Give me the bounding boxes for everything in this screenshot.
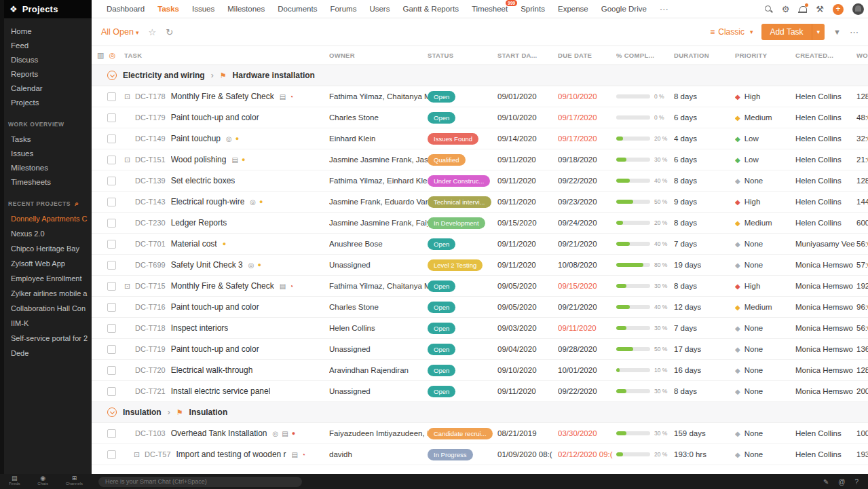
- recent-project-collaboration-hall-con[interactable]: Collaboration Hall Con: [4, 301, 92, 316]
- topnav-more-icon[interactable]: ⋯: [660, 4, 668, 14]
- status-badge[interactable]: Issues Found: [428, 133, 478, 145]
- mentions-icon[interactable]: @: [838, 478, 845, 486]
- task-name[interactable]: Paint touch-up and color: [171, 344, 259, 354]
- priority-label[interactable]: Low: [744, 156, 759, 164]
- column-header-duration[interactable]: DURATION: [674, 46, 735, 65]
- milestone-name[interactable]: Hardware installation: [233, 71, 315, 80]
- task-checkbox[interactable]: [107, 261, 116, 270]
- column-header-due-date[interactable]: DUE DATE: [558, 46, 616, 65]
- task-name[interactable]: Set electric boxes: [171, 176, 235, 185]
- status-badge[interactable]: Level 2 Testing: [428, 259, 483, 271]
- progress-bar[interactable]: [616, 389, 650, 393]
- priority-label[interactable]: None: [744, 450, 763, 458]
- task-id[interactable]: DC-T230: [135, 219, 166, 227]
- add-task-button[interactable]: Add Task: [761, 24, 811, 40]
- progress-bar[interactable]: [616, 347, 650, 351]
- recent-project-donnelly-apartments-c[interactable]: Donnelly Apartments C: [4, 211, 92, 226]
- task-name[interactable]: Overhead Tank Installation: [171, 429, 267, 438]
- task-checkbox[interactable]: [107, 429, 116, 438]
- add-task-dropdown[interactable]: ▾: [812, 24, 825, 40]
- owner-name[interactable]: Anushree Bose: [329, 240, 383, 248]
- topnav-item-gantt-reports[interactable]: Gantt & Reports: [402, 5, 458, 13]
- task-name[interactable]: Ledger Reports: [171, 218, 227, 228]
- task-id[interactable]: DC-T720: [135, 366, 166, 374]
- owner-name[interactable]: Jasmine Jasmine Frank, Jasmi: [329, 156, 428, 164]
- task-name[interactable]: Safety Unit Check 3: [171, 260, 243, 270]
- recent-project-employee-enrollment[interactable]: Employee Enrollment: [4, 271, 92, 286]
- priority-label[interactable]: None: [744, 366, 763, 374]
- sidebar-item-milestones[interactable]: Milestones: [4, 160, 92, 175]
- task-filter-dropdown[interactable]: All Open▾: [101, 27, 138, 37]
- select-all-icon[interactable]: ◎: [109, 51, 116, 60]
- sidebar-item-calendar[interactable]: Calendar: [4, 81, 92, 95]
- task-id[interactable]: DC-T143: [135, 198, 166, 206]
- task-id[interactable]: DC-T103: [135, 429, 166, 437]
- topnav-item-sprints[interactable]: Sprints: [521, 5, 545, 13]
- task-checkbox[interactable]: [107, 282, 116, 291]
- task-name[interactable]: Electrical rough-wire: [171, 197, 245, 206]
- task-name[interactable]: Paint touchup: [171, 134, 221, 143]
- owner-name[interactable]: Fathima Yilmaz, Chaitanya Mc: [329, 92, 428, 101]
- topnav-item-expense[interactable]: Expense: [558, 5, 588, 13]
- favorite-star-icon[interactable]: ☆: [148, 27, 156, 37]
- progress-bar[interactable]: [616, 115, 650, 120]
- task-id[interactable]: DC-T699: [135, 261, 166, 269]
- task-id[interactable]: DC-T57: [145, 450, 171, 458]
- owner-name[interactable]: Helen Collins: [329, 324, 375, 332]
- recent-project-self-service-portal-for-2[interactable]: Self-service portal for 2: [4, 331, 92, 346]
- topnav-item-forums[interactable]: Forums: [330, 5, 356, 13]
- status-badge[interactable]: Open: [428, 302, 455, 313]
- task-name[interactable]: Paint touch-up and color: [171, 302, 259, 312]
- status-badge[interactable]: Technical intervi...: [428, 196, 491, 208]
- priority-label[interactable]: Low: [744, 134, 759, 143]
- collapse-group-icon[interactable]: [107, 71, 117, 80]
- sidebar-item-timesheets[interactable]: Timesheets: [4, 175, 92, 189]
- task-name[interactable]: Electrical walk-through: [171, 365, 253, 375]
- status-badge[interactable]: Open: [428, 323, 455, 334]
- topnav-item-milestones[interactable]: Milestones: [227, 5, 265, 13]
- owner-name[interactable]: Unassigned: [329, 387, 371, 395]
- add-icon[interactable]: +: [833, 4, 844, 15]
- priority-label[interactable]: High: [744, 198, 761, 206]
- owner-name[interactable]: Einhard Klein: [329, 134, 375, 143]
- task-name[interactable]: Monthly Fire & Safety Check: [171, 281, 274, 291]
- sidebar-item-issues[interactable]: Issues: [4, 146, 92, 160]
- status-badge[interactable]: In Development: [428, 217, 485, 229]
- column-header-compl[interactable]: % COMPL...: [616, 46, 674, 65]
- owner-name[interactable]: Fathima Yilmaz, Chaitanya Mc: [329, 282, 428, 290]
- user-avatar[interactable]: [852, 3, 864, 15]
- recent-project-chipco-heritage-bay[interactable]: Chipco Heritage Bay: [4, 241, 92, 256]
- task-checkbox[interactable]: [107, 303, 116, 312]
- recent-project-dede[interactable]: Dede: [4, 346, 92, 361]
- recent-project-zylsoft-web-app[interactable]: Zylsoft Web App: [4, 256, 92, 271]
- sidebar-item-feed[interactable]: Feed: [4, 38, 92, 52]
- expand-subtasks-icon[interactable]: ⊡: [124, 156, 135, 164]
- progress-bar[interactable]: [616, 263, 650, 267]
- owner-name[interactable]: Fathima Yilmaz, Einhard Klein: [329, 177, 428, 185]
- task-checkbox[interactable]: [107, 324, 116, 333]
- progress-bar[interactable]: [616, 431, 650, 435]
- owner-name[interactable]: Jasmine Jasmine Frank, Faiya: [329, 219, 428, 227]
- task-checkbox[interactable]: [107, 345, 116, 354]
- priority-label[interactable]: None: [744, 387, 763, 395]
- task-checkbox[interactable]: [107, 366, 116, 375]
- priority-label[interactable]: None: [744, 177, 763, 185]
- refresh-icon[interactable]: ↻: [166, 27, 173, 37]
- priority-label[interactable]: High: [744, 282, 761, 290]
- owner-name[interactable]: Aravindhan Rajendiran: [329, 366, 409, 374]
- owner-name[interactable]: davidh: [329, 450, 352, 458]
- group-title[interactable]: Insulation: [123, 408, 162, 417]
- toolbar-more-icon[interactable]: ⋯: [850, 27, 858, 37]
- task-checkbox[interactable]: [107, 113, 116, 122]
- column-header-created[interactable]: CREATED...: [795, 46, 856, 65]
- column-header-status[interactable]: STATUS: [428, 46, 497, 65]
- task-checkbox[interactable]: [107, 177, 116, 185]
- priority-label[interactable]: Medium: [744, 113, 772, 122]
- task-id[interactable]: DC-T179: [135, 113, 166, 122]
- progress-bar[interactable]: [616, 452, 650, 456]
- progress-bar[interactable]: [616, 368, 650, 372]
- task-id[interactable]: DC-T701: [135, 240, 166, 248]
- task-name[interactable]: Paint touch-up and color: [171, 113, 259, 122]
- view-selector[interactable]: ≡ Classic ▾: [710, 27, 753, 37]
- priority-label[interactable]: Medium: [744, 219, 772, 227]
